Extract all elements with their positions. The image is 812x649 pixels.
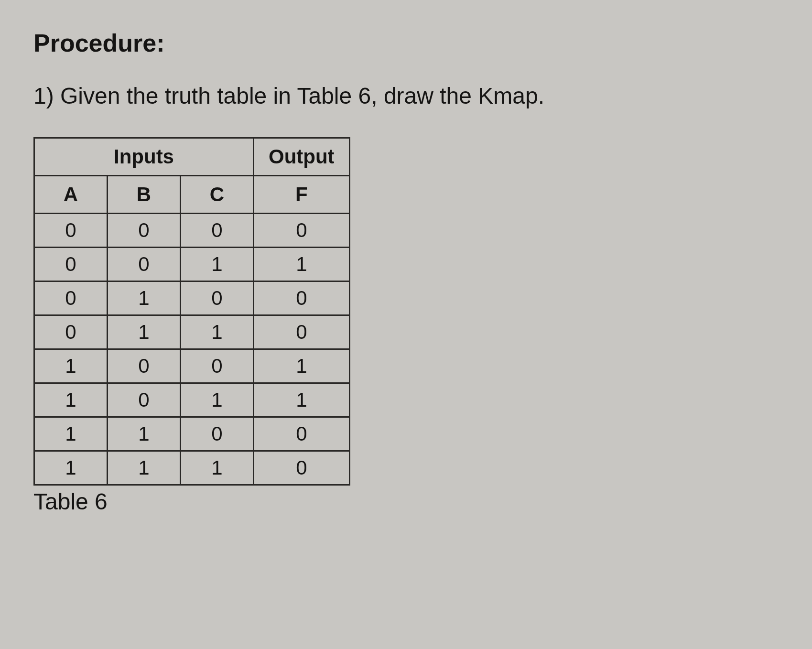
cell-f: 0 [254,281,350,315]
cell-c: 1 [181,315,254,349]
cell-b: 0 [108,248,181,281]
table-row: 1 1 1 0 [34,451,350,485]
table-row: 0 0 1 1 [34,248,350,281]
cell-a: 0 [34,315,108,349]
cell-b: 1 [108,417,181,451]
cell-c: 1 [181,383,254,417]
table-caption: Table 6 [33,488,779,515]
section-heading: Procedure: [33,29,779,57]
cell-c: 0 [181,349,254,383]
cell-f: 1 [254,248,350,281]
cell-c: 0 [181,214,254,248]
cell-c: 0 [181,281,254,315]
cell-b: 0 [108,349,181,383]
instruction-text: 1) Given the truth table in Table 6, dra… [33,81,779,111]
cell-f: 1 [254,383,350,417]
cell-a: 1 [34,349,108,383]
cell-a: 0 [34,248,108,281]
cell-a: 1 [34,383,108,417]
table-row: 0 0 0 0 [34,214,350,248]
truth-table: Inputs Output A B C F 0 0 0 0 0 0 1 1 0 … [33,137,350,486]
table-row: 1 0 0 1 [34,349,350,383]
cell-c: 1 [181,451,254,485]
cell-c: 1 [181,248,254,281]
cell-f: 0 [254,417,350,451]
cell-b: 1 [108,281,181,315]
cell-b: 0 [108,383,181,417]
cell-f: 1 [254,349,350,383]
table-col-a: A [34,176,108,214]
cell-b: 1 [108,451,181,485]
cell-c: 0 [181,417,254,451]
cell-b: 0 [108,214,181,248]
table-row: 0 1 0 0 [34,281,350,315]
table-row: 1 0 1 1 [34,383,350,417]
table-row: 1 1 0 0 [34,417,350,451]
cell-f: 0 [254,315,350,349]
table-col-c: C [181,176,254,214]
cell-b: 1 [108,315,181,349]
cell-a: 1 [34,451,108,485]
table-header-output: Output [254,138,350,176]
cell-a: 0 [34,281,108,315]
cell-a: 0 [34,214,108,248]
table-col-b: B [108,176,181,214]
cell-f: 0 [254,214,350,248]
table-col-f: F [254,176,350,214]
cell-a: 1 [34,417,108,451]
cell-f: 0 [254,451,350,485]
table-header-inputs: Inputs [34,138,254,176]
table-row: 0 1 1 0 [34,315,350,349]
